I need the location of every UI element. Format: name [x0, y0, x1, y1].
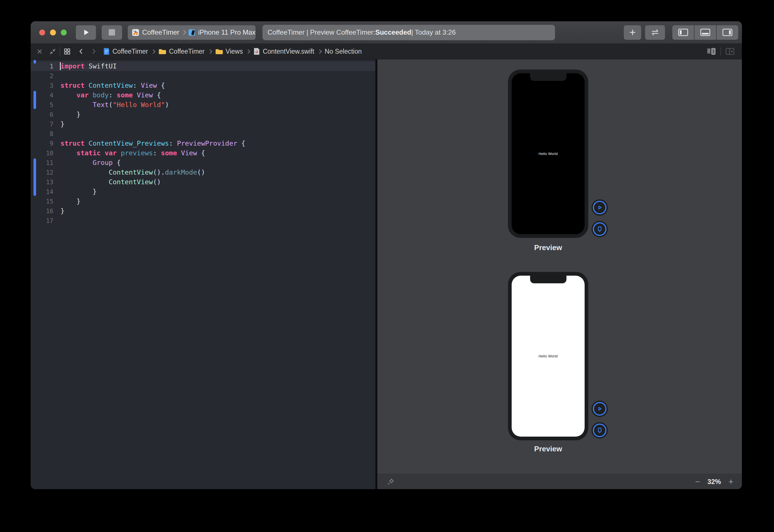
scheme-selector[interactable]: CoffeeTimer iPhone 11 Pro Max — [128, 25, 256, 40]
line-number: 9 — [31, 140, 53, 147]
code-line[interactable]: 15 } — [31, 196, 375, 206]
zoom-out-button[interactable]: − — [695, 477, 700, 486]
breadcrumb-item-group[interactable]: Views — [215, 48, 243, 55]
preview-on-device-ring — [593, 424, 606, 437]
editor-canvas-divider[interactable] — [375, 59, 377, 489]
zoom-controls: − 32% + — [695, 477, 733, 486]
zoom-window-button[interactable] — [61, 30, 67, 35]
live-preview-button[interactable] — [591, 401, 608, 417]
code-line[interactable]: 4 var body: some View { — [31, 90, 375, 100]
breadcrumb-label: Views — [226, 48, 243, 55]
editor-options-button[interactable] — [707, 48, 716, 55]
stop-icon — [108, 28, 116, 37]
source-editor[interactable]: 1import SwiftUI23struct ContentView: Vie… — [31, 59, 375, 489]
line-number: 3 — [31, 82, 53, 89]
code-line[interactable]: 10 static var previews: some View { — [31, 148, 375, 158]
navigator-panel-icon — [678, 28, 688, 36]
code-line[interactable]: 9struct ContentView_Previews: PreviewPro… — [31, 139, 375, 148]
app-project-icon — [131, 28, 140, 37]
pin-icon — [386, 477, 395, 486]
window-controls — [39, 30, 67, 35]
code-text: struct ContentView_Previews: PreviewProv… — [60, 139, 245, 147]
related-items-button[interactable] — [64, 48, 71, 55]
run-icon — [82, 28, 90, 37]
jumpbar-divider — [60, 47, 60, 56]
forward-button[interactable] — [91, 48, 97, 55]
live-preview-ring — [593, 201, 606, 214]
zoom-in-button[interactable]: + — [728, 477, 733, 486]
close-editor-button[interactable] — [36, 48, 43, 55]
code-line[interactable]: 8 — [31, 129, 375, 139]
chevron-right-icon — [91, 48, 97, 55]
library-button[interactable] — [624, 25, 641, 40]
breadcrumb-item-file[interactable]: ContentView.swift — [253, 47, 314, 55]
code-line[interactable]: 5 Text("Hello World") — [31, 100, 375, 110]
breadcrumb-label: CoffeeTimer — [112, 48, 148, 55]
pin-preview-button[interactable] — [386, 477, 395, 486]
status-suffix: | Today at 3:26 — [411, 28, 456, 36]
code-text: } — [60, 110, 81, 118]
folder-icon — [215, 48, 223, 55]
desktop: CoffeeTimer iPhone 11 Pro Max CoffeeTime… — [0, 0, 774, 532]
folder-icon — [158, 48, 166, 55]
line-number: 6 — [31, 111, 53, 118]
scheme-project-label: CoffeeTimer — [142, 28, 179, 36]
navigator-toggle-button[interactable] — [672, 25, 694, 40]
editor-area: 1import SwiftUI23struct ContentView: Vie… — [31, 59, 742, 489]
code-line[interactable]: 6 } — [31, 110, 375, 119]
preview-screen-light: Hello World — [512, 276, 585, 437]
activity-status-view[interactable]: CoffeeTimer | Preview CoffeeTimer: Succe… — [262, 25, 555, 40]
toolbar: CoffeeTimer iPhone 11 Pro Max CoffeeTime… — [31, 21, 742, 44]
preview-screen-dark: Hello World — [512, 73, 585, 234]
code-line[interactable]: 1import SwiftUI — [31, 61, 375, 71]
preview-label: Preview — [508, 243, 588, 252]
device-icon — [596, 226, 603, 233]
code-line[interactable]: 7} — [31, 119, 375, 129]
code-line[interactable]: 14 } — [31, 187, 375, 196]
code-text: } — [60, 188, 97, 196]
live-preview-button[interactable] — [591, 199, 608, 216]
breadcrumb-separator-icon — [151, 49, 156, 54]
change-marker — [34, 158, 36, 196]
focus-editor-button[interactable] — [49, 48, 56, 55]
run-button[interactable] — [76, 25, 96, 40]
back-button[interactable] — [78, 48, 84, 55]
code-line[interactable]: 12 ContentView().darkMode() — [31, 167, 375, 177]
breadcrumb-item-group[interactable]: CoffeeTimer — [158, 48, 204, 55]
code-text: } — [60, 207, 64, 215]
code-line[interactable]: 16} — [31, 206, 375, 216]
code-line[interactable]: 13 ContentView() — [31, 177, 375, 187]
close-window-button[interactable] — [39, 30, 45, 35]
code-line[interactable]: 17 — [31, 216, 375, 225]
preview-text: Hello World — [539, 152, 558, 156]
zoom-level: 32% — [707, 478, 721, 486]
preview-device-light[interactable]: Hello World — [508, 272, 588, 440]
line-number: 10 — [31, 150, 53, 157]
code-review-button[interactable] — [645, 25, 665, 40]
status-result: Succeeded — [375, 28, 411, 36]
code-text: } — [60, 120, 64, 128]
add-editor-button[interactable] — [725, 48, 735, 55]
close-icon — [36, 48, 43, 55]
preview-on-device-button[interactable] — [591, 221, 608, 237]
breadcrumb-item-project[interactable]: CoffeeTimer — [103, 47, 148, 55]
device-notch — [530, 73, 566, 81]
code-line[interactable]: 3struct ContentView: View { — [31, 81, 375, 90]
preview-on-device-button[interactable] — [591, 422, 608, 439]
canvas-bottom-bar: − 32% + — [377, 474, 742, 489]
stop-button[interactable] — [102, 25, 122, 40]
code-line[interactable]: 2 — [31, 71, 375, 81]
breadcrumb-item-selection[interactable]: No Selection — [325, 48, 362, 55]
preview-device-dark[interactable]: Hello World — [508, 70, 588, 238]
inspector-toggle-button[interactable] — [716, 25, 738, 40]
line-number: 16 — [31, 208, 53, 215]
code-text: } — [60, 197, 81, 205]
preview-on-device-ring — [593, 222, 606, 236]
jump-bar: CoffeeTimer CoffeeTimer Views — [31, 44, 742, 59]
minimize-window-button[interactable] — [50, 30, 56, 35]
debug-area-toggle-button[interactable] — [694, 25, 716, 40]
editor-options-icon — [707, 48, 716, 55]
code-line[interactable]: 11 Group { — [31, 158, 375, 167]
code-text: ContentView().darkMode() — [60, 168, 205, 176]
breadcrumb-separator-icon — [317, 49, 322, 54]
